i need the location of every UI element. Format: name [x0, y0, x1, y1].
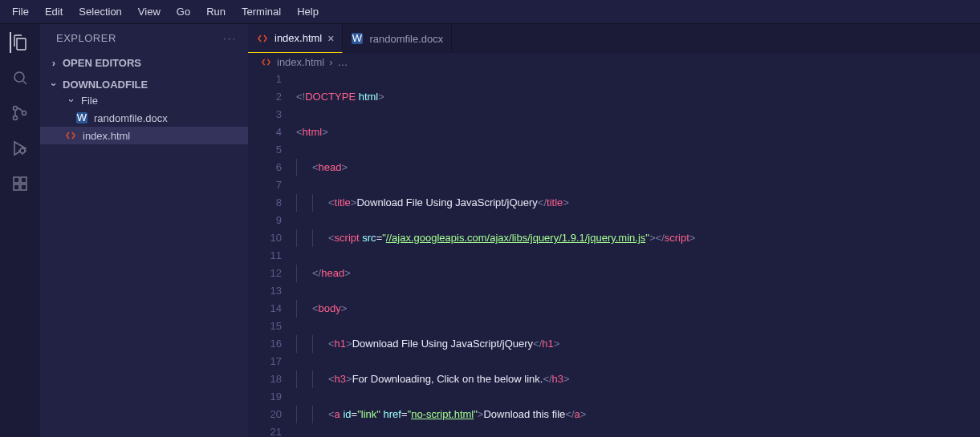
menu-file[interactable]: File: [5, 2, 36, 21]
sidebar: EXPLORER ··· ›OPEN EDITORS ›DOWNLOADFILE…: [40, 24, 248, 437]
folder-label: File: [81, 95, 98, 107]
menu-selection[interactable]: Selection: [71, 2, 128, 21]
t: <: [312, 267, 319, 279]
menu-view[interactable]: View: [131, 2, 168, 21]
file-item-html[interactable]: index.html: [40, 127, 248, 144]
tab-label: index.html: [274, 32, 322, 44]
svg-point-1: [14, 107, 18, 111]
t: >: [649, 232, 656, 244]
crumb-ellipsis: …: [338, 56, 348, 68]
sidebar-title: EXPLORER: [56, 32, 116, 44]
docx-icon: W: [351, 32, 364, 45]
chevron-down-icon: ›: [66, 95, 78, 107]
t: src: [362, 232, 376, 244]
menubar: File Edit Selection View Go Run Terminal…: [0, 0, 980, 24]
file-item-docx[interactable]: Wrandomfile.docx: [40, 109, 248, 127]
more-icon[interactable]: ···: [223, 32, 237, 44]
tab-index-html[interactable]: index.html ×: [248, 24, 343, 53]
svg-rect-7: [21, 184, 26, 190]
code-lines[interactable]: <!DOCTYPE html> <html> <head> <title>Dow…: [296, 71, 980, 437]
t: >: [689, 232, 696, 244]
t: no-script.html: [411, 408, 474, 420]
t: >: [322, 126, 328, 138]
t: >: [346, 373, 352, 385]
folder-item[interactable]: ›File: [40, 92, 248, 109]
t: <: [296, 126, 303, 138]
extensions-icon[interactable]: [10, 173, 30, 194]
t: <: [312, 302, 319, 314]
t: Download File Using JavaScript/jQuery: [352, 338, 533, 350]
html-icon: [64, 129, 77, 142]
svg-point-3: [22, 111, 26, 115]
t: >: [563, 196, 569, 208]
t: h3: [335, 373, 346, 385]
menu-go[interactable]: Go: [169, 2, 197, 21]
t: >: [378, 91, 384, 103]
t: a: [575, 408, 580, 420]
t: >: [344, 267, 351, 279]
t: id: [343, 408, 351, 420]
activity-bar: [0, 24, 40, 437]
code-editor[interactable]: 123456789101112131415161718192021 <!DOCT…: [248, 71, 980, 437]
t: <: [533, 338, 539, 350]
t: For Downloading, Click on the below link…: [352, 373, 543, 385]
svg-point-0: [14, 72, 24, 82]
source-control-icon[interactable]: [10, 103, 30, 123]
run-debug-icon[interactable]: [10, 138, 30, 159]
explorer-icon[interactable]: [10, 32, 30, 53]
t: h3: [552, 373, 563, 385]
html-icon: [256, 32, 269, 45]
svg-rect-5: [14, 177, 19, 183]
t: h1: [542, 338, 553, 350]
t: head: [321, 267, 344, 279]
t: <!: [296, 91, 305, 103]
svg-text:W: W: [77, 112, 87, 123]
close-icon[interactable]: ×: [327, 32, 334, 45]
t: <: [565, 408, 571, 420]
t: >: [342, 161, 348, 173]
t: =: [401, 408, 408, 420]
t: <: [543, 373, 549, 385]
open-editors-label: OPEN EDITORS: [63, 57, 141, 69]
svg-rect-8: [21, 177, 26, 183]
t: <: [328, 373, 335, 385]
t: >: [346, 338, 352, 350]
svg-rect-6: [14, 184, 19, 190]
tab-bar: index.html × W randomfile.docx: [248, 24, 980, 53]
svg-point-4: [20, 148, 25, 153]
menu-help[interactable]: Help: [290, 2, 326, 21]
t: <: [328, 232, 335, 244]
gutter: 123456789101112131415161718192021: [248, 71, 296, 437]
file-label: index.html: [83, 130, 130, 142]
t: <: [656, 232, 662, 244]
menu-edit[interactable]: Edit: [38, 2, 70, 21]
docx-icon: W: [75, 111, 88, 124]
breadcrumb[interactable]: index.html › …: [248, 53, 980, 71]
t: href: [384, 408, 401, 420]
html-icon: [259, 55, 272, 68]
menu-run[interactable]: Run: [199, 2, 233, 21]
file-label: randomfile.docx: [94, 112, 168, 124]
project-section[interactable]: ›DOWNLOADFILE: [40, 77, 248, 92]
menu-terminal[interactable]: Terminal: [234, 2, 288, 21]
t: >: [563, 373, 570, 385]
t: >: [580, 408, 587, 420]
t: DOCTYPE: [305, 91, 356, 103]
t: script: [335, 232, 360, 244]
open-editors-section[interactable]: ›OPEN EDITORS: [40, 55, 248, 71]
t: Download File Using JavaScript/jQuery: [356, 196, 537, 208]
tab-randomfile-docx[interactable]: W randomfile.docx: [343, 24, 452, 53]
chevron-down-icon: ›: [48, 79, 60, 91]
t: html: [303, 126, 323, 138]
search-icon[interactable]: [10, 67, 30, 88]
t: html: [359, 91, 379, 103]
crumb-file: index.html: [277, 56, 324, 68]
editor-group: index.html × W randomfile.docx index.htm…: [248, 24, 980, 437]
t: <: [328, 338, 335, 350]
chevron-right-icon: ›: [48, 57, 59, 69]
t: title: [335, 196, 351, 208]
chevron-right-icon: ›: [329, 56, 332, 68]
project-label: DOWNLOADFILE: [63, 79, 148, 91]
tab-label: randomfile.docx: [369, 33, 443, 45]
t: script: [665, 232, 689, 244]
